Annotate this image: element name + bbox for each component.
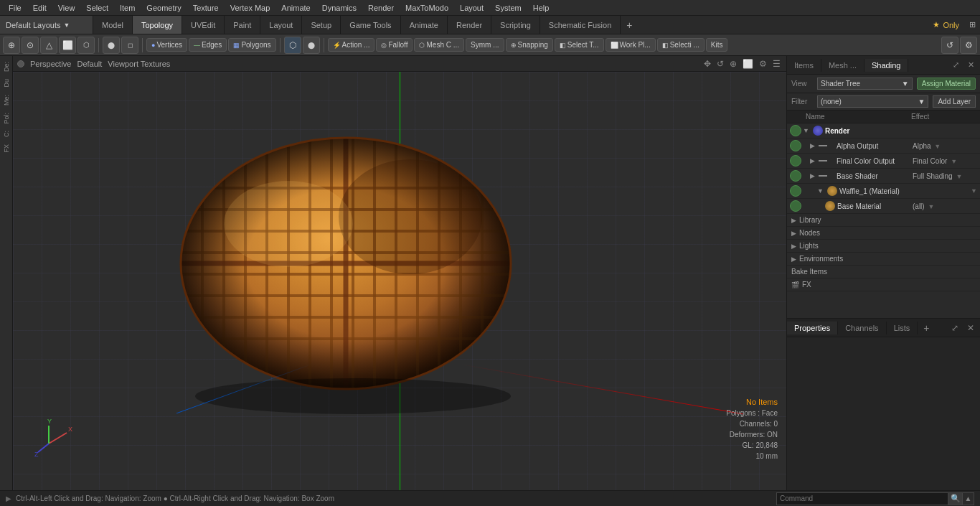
shader-tree-dropdown[interactable]: Shader Tree ▼ [817,78,913,90]
toolbar-snapping-btn[interactable]: ⊕ Snapping [506,38,553,52]
eye-render[interactable] [790,125,801,136]
viewport-label-perspective[interactable]: Perspective [30,60,71,68]
command-input[interactable] [776,492,948,505]
menu-animate[interactable]: Animate [275,2,316,14]
tree-item-alpha-output[interactable]: ▶ Alpha Output Alpha ▼ [787,139,980,154]
viewport-maximize-icon[interactable]: ⬜ [741,59,755,69]
prop-close-btn[interactable]: ✕ [964,322,977,334]
section-fx[interactable]: 🎬 FX [787,278,980,291]
filter-dropdown[interactable]: (none) ▼ [817,95,928,108]
prop-expand-btn[interactable]: ⤢ [948,322,961,334]
section-library[interactable]: ▶ Library [787,214,980,227]
menu-layout[interactable]: Layout [454,2,489,14]
menu-system[interactable]: System [489,2,527,14]
prop-tab-channels[interactable]: Channels [838,322,886,334]
sidebar-tab-de[interactable]: De: [1,59,11,75]
expand-alpha[interactable]: ▶ [810,142,815,149]
menu-dynamics[interactable]: Dynamics [316,2,362,14]
prop-tab-add[interactable]: + [918,320,935,336]
tree-item-base-shader[interactable]: ▶ Base Shader Full Shading ▼ [787,169,980,184]
toolbar-edges-btn[interactable]: — Edges [189,38,227,52]
eye-waffle[interactable] [790,185,801,197]
toolbar-vertices-btn[interactable]: ● Vertices [146,38,187,52]
toolbar-poly-mode-2[interactable]: ⬤ [303,37,320,54]
expand-base-shader[interactable]: ▶ [810,172,815,179]
layout-tab-schematic-fusion[interactable]: Schematic Fusion [540,16,621,34]
layout-tab-paint[interactable]: Paint [225,16,260,34]
section-environments[interactable]: ▶ Environments [787,253,980,266]
menu-vertex-map[interactable]: Vertex Map [225,2,276,14]
viewport-menu-icon[interactable]: ☰ [771,59,782,69]
viewport-label-default[interactable]: Default [77,60,102,68]
toolbar-work-pl-btn[interactable]: ⬜ Work Pl... [606,38,656,52]
menu-view[interactable]: View [52,2,81,14]
toolbar-rotate-btn[interactable]: ↺ [941,37,958,54]
toolbar-select-t-btn[interactable]: ◧ Select T... [555,38,604,52]
menu-select[interactable]: Select [80,2,114,14]
viewport-indicator[interactable] [17,60,24,67]
rp-action-close[interactable]: ✕ [965,59,977,71]
toolbar-kits-btn[interactable]: Kits [706,38,728,52]
viewport-rotate-icon[interactable]: ↺ [715,59,725,69]
sidebar-tab-c[interactable]: C: [1,128,11,140]
toolbar-extra-2[interactable]: ◻ [121,37,138,54]
sidebar-tab-du[interactable]: Du [1,76,11,90]
layout-tab-animate[interactable]: Animate [401,16,448,34]
menu-edit[interactable]: Edit [27,2,52,14]
layout-dropdown[interactable]: Default Layouts ▼ [0,16,93,34]
layout-tab-topology[interactable]: Topology [133,16,182,34]
prop-tab-properties[interactable]: Properties [787,322,838,334]
tree-item-render[interactable]: ▼ Render [787,123,980,139]
viewport-settings-icon[interactable]: ⚙ [758,59,768,69]
sidebar-tab-fx[interactable]: FX [1,141,11,156]
command-expand-btn[interactable]: ▲ [963,492,974,505]
toolbar-settings-btn[interactable]: ⚙ [960,37,977,54]
section-bake-items[interactable]: Bake Items [787,266,980,278]
layout-add-tab[interactable]: + [621,17,638,33]
toolbar-symm-btn[interactable]: Symm ... [466,38,504,52]
toolbar-select-mode[interactable]: ⊕ [3,37,20,54]
layout-tab-layout[interactable]: Layout [260,16,302,34]
menu-help[interactable]: Help [527,2,555,14]
rp-action-expand[interactable]: ⤢ [950,59,962,71]
toolbar-poly-mode-1[interactable]: ⬡ [284,37,301,54]
command-search-button[interactable]: 🔍 [948,492,963,505]
tree-item-final-color[interactable]: ▶ Final Color Output Final Color ▼ [787,154,980,169]
eye-alpha-output[interactable] [790,140,801,151]
section-nodes[interactable]: ▶ Nodes [787,227,980,240]
tree-item-waffle[interactable]: ▼ Waffle_1 (Material) ▼ [787,184,980,199]
layout-tab-scripting[interactable]: Scripting [491,16,540,34]
viewport-zoom-icon[interactable]: ⊕ [728,59,738,69]
rp-tab-mesh[interactable]: Mesh ... [821,59,864,72]
layout-tab-setup[interactable]: Setup [302,16,341,34]
toolbar-hex-mode[interactable]: ⬡ [77,37,95,54]
toolbar-mesh-btn[interactable]: ⬡ Mesh C ... [414,38,464,52]
star-only-button[interactable]: ★ Only [927,19,965,31]
hint-expand-btn[interactable]: ▶ [6,495,11,502]
sidebar-tab-pol[interactable]: Pol: [1,110,11,127]
expand-waffle[interactable]: ▼ [817,187,824,195]
menu-render[interactable]: Render [362,2,400,14]
toolbar-action-btn[interactable]: ⚡ Action ... [328,38,375,52]
tree-item-base-material[interactable]: Base Material (all) ▼ [787,199,980,214]
layout-tab-model[interactable]: Model [93,16,133,34]
menu-geometry[interactable]: Geometry [141,2,187,14]
toolbar-circle-mode[interactable]: ⊙ [22,37,39,54]
layout-tab-game-tools[interactable]: Game Tools [341,16,401,34]
eye-final-color[interactable] [790,155,801,167]
rp-tab-items[interactable]: Items [787,59,821,72]
viewport-move-icon[interactable]: ✥ [702,59,712,69]
toolbar-falloff-btn[interactable]: ◎ Falloff [376,38,413,52]
menu-maxtomodo[interactable]: MaxToModo [400,2,454,14]
section-lights[interactable]: ▶ Lights [787,240,980,253]
menu-texture[interactable]: Texture [187,2,225,14]
eye-base-shader[interactable] [790,170,801,182]
expand-render[interactable]: ▼ [803,127,809,134]
viewport-label-textures[interactable]: Viewport Textures [108,60,170,68]
menu-item[interactable]: Item [114,2,141,14]
prop-tab-lists[interactable]: Lists [887,322,918,334]
eye-base-material[interactable] [790,200,801,212]
toolbar-selecti-btn[interactable]: ◧ Selecti ... [657,38,705,52]
layout-tab-uvedit[interactable]: UVEdit [182,16,225,34]
toolbar-square-mode[interactable]: ⬜ [59,37,76,54]
